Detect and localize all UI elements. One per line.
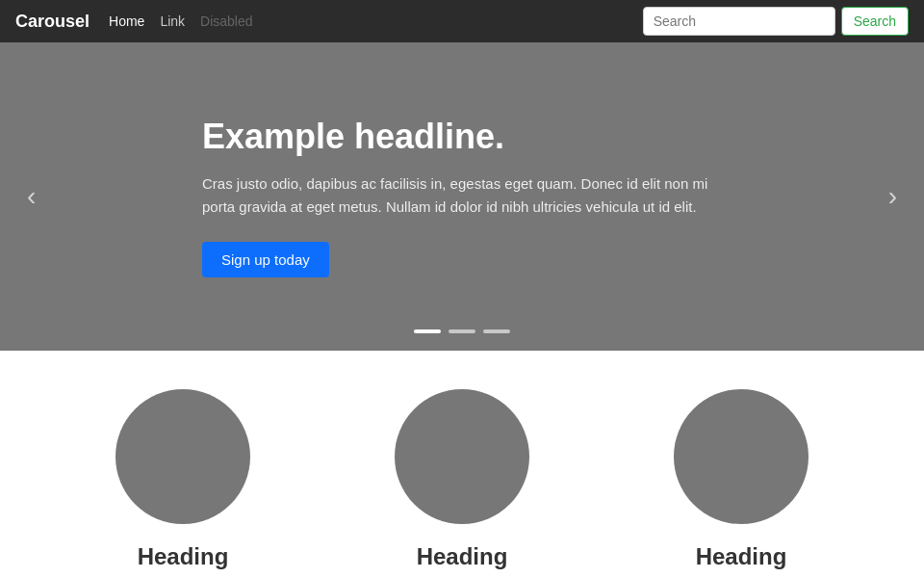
navbar-search: Search — [643, 7, 909, 36]
card-2-image — [395, 389, 529, 524]
card-3: Heading Donec sed odio dui. Cras justo o… — [621, 389, 861, 578]
nav-link-disabled: Disabled — [200, 13, 252, 29]
navbar-brand[interactable]: Carousel — [15, 12, 90, 32]
carousel-cta-button[interactable]: Sign up today — [202, 242, 329, 277]
carousel-dot-1[interactable] — [414, 329, 441, 333]
navbar: Carousel Home Link Disabled Search — [0, 0, 924, 42]
carousel-prev-button[interactable]: ‹ — [10, 171, 53, 222]
search-input[interactable] — [643, 7, 835, 36]
carousel-content: Example headline. Cras justo odio, dapib… — [125, 117, 799, 277]
content-section: Heading Donec sed odio dui. Etiam porta … — [0, 351, 924, 578]
card-1: Heading Donec sed odio dui. Etiam porta … — [63, 389, 303, 578]
nav-links: Home Link Disabled — [109, 13, 643, 29]
carousel-text: Cras justo odio, dapibus ac facilisis in… — [202, 172, 722, 219]
card-3-image — [674, 389, 808, 524]
carousel-headline: Example headline. — [202, 117, 722, 157]
carousel-dot-2[interactable] — [449, 329, 475, 333]
card-2: Heading Duis mollis, est non commodo luc… — [342, 389, 582, 578]
carousel-dot-3[interactable] — [483, 329, 510, 333]
carousel: ‹ Example headline. Cras justo odio, dap… — [0, 42, 924, 351]
card-2-heading: Heading — [342, 543, 582, 570]
carousel-indicators — [414, 329, 510, 333]
card-1-image — [116, 389, 250, 524]
card-3-heading: Heading — [621, 543, 861, 570]
nav-link-home[interactable]: Home — [109, 13, 144, 29]
card-1-heading: Heading — [63, 543, 303, 570]
nav-link-link[interactable]: Link — [160, 13, 185, 29]
carousel-next-button[interactable]: › — [871, 171, 914, 222]
search-button[interactable]: Search — [841, 7, 909, 36]
